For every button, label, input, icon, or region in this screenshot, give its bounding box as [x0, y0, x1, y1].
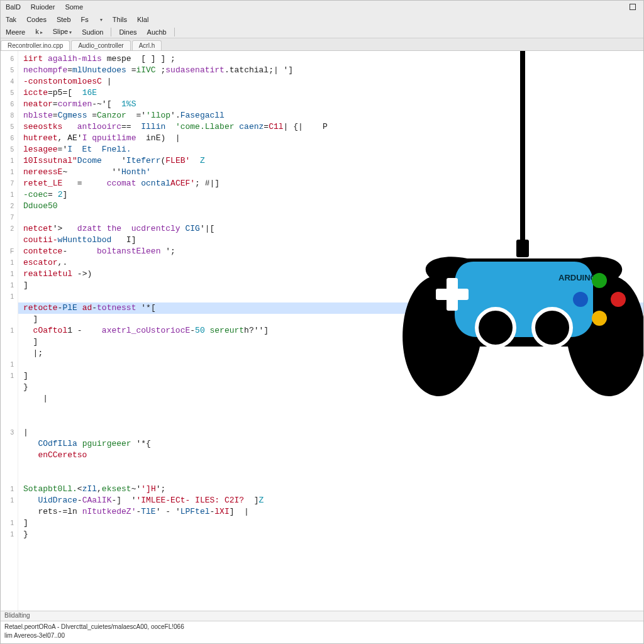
line-number — [1, 472, 18, 484]
maximize-icon[interactable] — [630, 4, 636, 10]
code-line[interactable]: 10Issutnal"Dcome 'Iteferr(FLEB' Z — [23, 155, 643, 167]
code-line[interactable]: ] — [23, 370, 643, 382]
output-line: Retael.peortORoA - DIvercttal_cuietes/ma… — [4, 623, 640, 631]
code-line[interactable]: coutii-wHunttolbod I] — [23, 235, 643, 246]
code-line[interactable]: } — [23, 382, 643, 393]
code-line[interactable]: -constontomloesC | — [23, 76, 643, 87]
line-number: 1 — [1, 529, 18, 540]
menu-item[interactable]: Klal — [132, 13, 153, 26]
code-line[interactable]: rets-=ln nItutkedeZ'-TlE' - 'LPFtel-lXI]… — [23, 506, 643, 518]
menu-item[interactable]: Ruioder — [26, 1, 60, 13]
code-line[interactable] — [23, 291, 643, 303]
code-line[interactable]: nblste=Cgmess =Canzor =''llop'.Fasegacll — [23, 110, 643, 121]
code-line[interactable]: ] — [23, 280, 643, 291]
code-line[interactable] — [23, 472, 643, 484]
line-number: 1 — [1, 280, 18, 291]
code-line[interactable] — [23, 404, 643, 416]
menubar-row-2: Tak Codes Steb Fs ▾ Thils Klal — [1, 13, 643, 26]
menu-item[interactable]: Slipe▾ — [48, 25, 77, 39]
code-line[interactable]: contetce- boltanstEleen '; — [23, 246, 643, 257]
code-line[interactable]: UidDrace-CAalIK-] ''IMLEE-ECt- ILES: C2I… — [23, 495, 643, 506]
code-line[interactable]: seeostks antlooirc== Illin 'come.Llaber … — [23, 121, 643, 133]
code-line[interactable]: cOaftol1 - axetrl_coUstoriocE-50 sereurt… — [23, 325, 643, 336]
menu-item[interactable]: Thils — [108, 13, 132, 26]
code-line[interactable]: ] — [23, 518, 643, 529]
line-number — [1, 461, 18, 472]
line-number — [1, 506, 18, 518]
line-number — [1, 336, 18, 348]
menu-item[interactable]: BalD — [1, 1, 26, 13]
menu-item[interactable]: k▸ — [30, 25, 48, 39]
code-line[interactable]: enCCeretso — [23, 450, 643, 461]
code-line[interactable]: nereessE~ ''Honth' — [23, 167, 643, 178]
code-line[interactable] — [23, 416, 643, 427]
line-number: 8 — [1, 110, 18, 121]
code-line[interactable]: ] — [23, 314, 643, 325]
code-line[interactable] — [23, 461, 643, 472]
code-line[interactable]: retet_LE = ccomat ocntalACEF'; #|] — [23, 178, 643, 189]
line-number: 5 — [1, 65, 18, 76]
code-line[interactable]: hutreet, AE'I qpuitlime inE) | — [23, 133, 643, 144]
code-line[interactable]: Dduoe50 — [23, 201, 643, 212]
code-line[interactable]: iccte=p5=[ 16E — [23, 87, 643, 99]
line-number: 5 — [1, 121, 18, 133]
line-number: 1 — [1, 291, 18, 303]
code-line[interactable]: reatiletul ->) — [23, 269, 643, 280]
line-number: 1 — [1, 484, 18, 495]
app-window: BalD Ruioder Some Tak Codes Steb Fs ▾ Th… — [0, 0, 644, 644]
code-line[interactable]: ] — [23, 336, 643, 348]
code-line[interactable]: nechompfe=mlUnutedoes =iIVC ;sudasenatir… — [23, 65, 643, 76]
code-line[interactable] — [23, 212, 643, 223]
menu-item[interactable]: Fs — [76, 13, 94, 26]
line-number: 1 — [1, 167, 18, 178]
code-line[interactable]: Sotapbt0Ll.<zIl,eksest~'']H'; — [23, 484, 643, 495]
menubar-row-1: BalD Ruioder Some — [1, 1, 643, 13]
menu-item[interactable]: Codes — [21, 13, 52, 26]
line-number: 4 — [1, 76, 18, 87]
code-line[interactable]: -coec= 2] — [23, 189, 643, 201]
line-number — [1, 303, 18, 314]
line-number — [1, 450, 18, 461]
menu-item[interactable]: Dines — [114, 26, 142, 38]
code-line[interactable]: iirt agalih-mlis mespe [ ] ] ; — [23, 53, 643, 65]
code-editor[interactable]: 6545685651171272F111111131111 iirt agali… — [1, 51, 643, 611]
editor-tab[interactable]: Acrl.h — [132, 40, 162, 50]
line-number: 1 — [1, 370, 18, 382]
line-number: 1 — [1, 269, 18, 280]
menu-item[interactable]: Meere — [1, 26, 30, 38]
menu-item[interactable]: Some — [60, 1, 88, 13]
line-number: 1 — [1, 359, 18, 370]
line-number: 3 — [1, 427, 18, 438]
line-number — [1, 404, 18, 416]
menubar-row-3: Meere k▸ Slipe▾ Sudion Dines Auchb — [1, 26, 643, 38]
menu-item[interactable]: Tak — [1, 13, 21, 26]
editor-tab[interactable]: Audio_controller — [71, 40, 130, 50]
code-line[interactable]: neator=cormien-~'[ 1%S — [23, 99, 643, 110]
code-line[interactable] — [23, 359, 643, 370]
menu-item[interactable]: Auchb — [142, 26, 172, 38]
status-bar: Blidalting — [1, 611, 643, 621]
code-line[interactable]: netcet'> dzatt the ucdrentcly CIG'|[ — [23, 223, 643, 235]
editor-tabbar: Recontroller.ino.cpp Audio_controller Ac… — [1, 38, 643, 51]
line-number: 1 — [1, 518, 18, 529]
menu-item[interactable]: ▾ — [94, 13, 108, 26]
code-line[interactable]: | — [23, 427, 643, 438]
code-line[interactable]: } — [23, 529, 643, 540]
line-number: 2 — [1, 201, 18, 212]
line-number-gutter: 6545685651171272F111111131111 — [1, 51, 18, 611]
line-number: 1 — [1, 155, 18, 167]
line-number: 6 — [1, 99, 18, 110]
line-number: F — [1, 246, 18, 257]
code-line[interactable]: | — [23, 393, 643, 404]
menu-item[interactable]: Steb — [52, 13, 76, 26]
editor-tab[interactable]: Recontroller.ino.cpp — [1, 40, 70, 50]
menu-item[interactable]: Sudion — [77, 26, 108, 38]
line-number: 7 — [1, 212, 18, 223]
code-line[interactable]: |; — [23, 348, 643, 359]
line-number: 1 — [1, 257, 18, 269]
code-line[interactable]: escator,. — [23, 257, 643, 269]
code-line[interactable]: COdfILla pguirgeeer '*{ — [23, 438, 643, 450]
code-area[interactable]: iirt agalih-mlis mespe [ ] ] ;nechompfe=… — [18, 51, 643, 611]
code-line[interactable]: retocte-PlE ad-totnesst '*[ — [18, 303, 643, 314]
code-line[interactable]: lesagee='I Et Fneli. — [23, 144, 643, 155]
